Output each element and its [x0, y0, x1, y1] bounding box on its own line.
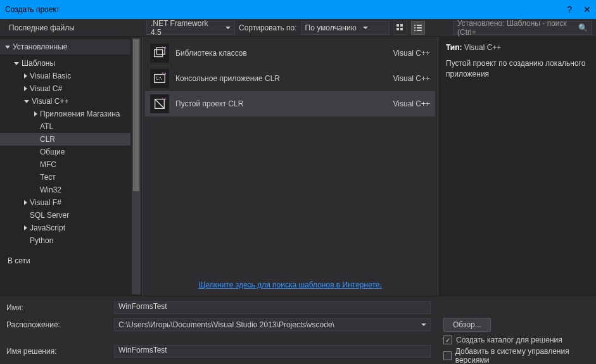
- location-label: Расположение:: [6, 320, 108, 329]
- tree-item-general[interactable]: Общие: [0, 146, 130, 158]
- template-lang: Visual C++: [393, 99, 430, 108]
- type-value: Visual C++: [464, 43, 501, 52]
- chevron-right-icon: [24, 73, 27, 78]
- name-row: Имя: WinFormsTest: [6, 301, 590, 314]
- tree-item-visual-basic[interactable]: Visual Basic: [0, 70, 130, 82]
- svg-rect-1: [400, 24, 403, 27]
- chevron-right-icon: [24, 200, 27, 205]
- template-list-pane: ++ Библиотека классов Visual C++ C:\++ К…: [143, 37, 438, 296]
- type-label: Тип:: [446, 43, 462, 52]
- close-icon[interactable]: ✕: [583, 4, 591, 15]
- template-lang: Visual C++: [393, 49, 430, 58]
- console-icon: C:\++: [150, 69, 169, 88]
- template-lang: Visual C++: [393, 74, 430, 83]
- chevron-down-icon: [5, 46, 10, 49]
- svg-rect-5: [417, 25, 422, 26]
- recent-files-label: Последние файлы: [9, 23, 75, 32]
- svg-rect-3: [400, 28, 403, 30]
- svg-rect-9: [417, 30, 422, 31]
- details-pane: Тип: Visual C++ Пустой проект по создани…: [438, 37, 596, 296]
- scrollbar-thumb[interactable]: [133, 39, 139, 191]
- svg-text:++: ++: [162, 46, 167, 51]
- tree-item-templates[interactable]: Шаблоны: [0, 57, 130, 70]
- create-dir-checkbox[interactable]: [443, 336, 452, 344]
- create-dir-label: Создать каталог для решения: [456, 336, 562, 344]
- sort-label: Сортировать по:: [239, 23, 297, 32]
- chevron-down-icon: [363, 27, 368, 29]
- location-input[interactable]: C:\Users\Игорь\Documents\Visual Studio 2…: [114, 318, 431, 331]
- installed-header[interactable]: Установленные: [0, 39, 130, 54]
- tree-item-visual-fsharp[interactable]: Visual F#: [0, 196, 130, 209]
- online-label: В сети: [8, 256, 30, 265]
- sidebar-content: Установленные Шаблоны Visual Basic Visua…: [0, 37, 130, 296]
- list-view-button[interactable]: [411, 21, 425, 35]
- svg-text:++: ++: [162, 97, 167, 102]
- tree-item-python[interactable]: Python: [0, 234, 130, 247]
- svg-rect-2: [396, 28, 399, 30]
- tree-item-visual-cpp[interactable]: Visual C++: [0, 95, 130, 108]
- location-row: Расположение: C:\Users\Игорь\Documents\V…: [6, 318, 590, 332]
- grid-view-button[interactable]: [393, 21, 407, 35]
- solution-label: Имя решения:: [6, 347, 108, 356]
- framework-value: .NET Framework 4.5: [151, 19, 219, 37]
- template-list: ++ Библиотека классов Visual C++ C:\++ К…: [143, 37, 438, 120]
- framework-dropdown[interactable]: .NET Framework 4.5: [146, 21, 235, 35]
- sidebar-scrollbar[interactable]: [132, 38, 141, 294]
- search-placeholder: Установлено: Шаблоны - поиск (Ctrl+: [457, 19, 578, 37]
- svg-text:++: ++: [162, 72, 167, 77]
- browse-button[interactable]: Обзор...: [443, 318, 491, 332]
- solution-input[interactable]: WinFormsTest: [114, 345, 431, 358]
- chevron-down-icon: [225, 27, 231, 29]
- template-item-console-clr[interactable]: C:\++ Консольное приложение CLR Visual C…: [145, 66, 435, 91]
- name-label: Имя:: [6, 303, 108, 312]
- template-name: Консольное приложение CLR: [175, 74, 387, 83]
- sidebar: Установленные Шаблоны Visual Basic Visua…: [0, 37, 143, 296]
- template-item-class-library[interactable]: ++ Библиотека классов Visual C++: [145, 41, 435, 66]
- chevron-down-icon: [14, 62, 19, 65]
- tree-item-test[interactable]: Тест: [0, 171, 130, 184]
- window-controls: ? ✕: [567, 4, 591, 15]
- window-title: Создать проект: [5, 5, 60, 14]
- source-control-label: Добавить в систему управления версиями: [455, 347, 589, 364]
- tree-item-atl[interactable]: ATL: [0, 120, 130, 133]
- template-item-empty-clr[interactable]: ++ Пустой проект CLR Visual C++: [145, 91, 435, 116]
- type-row: Тип: Visual C++: [446, 43, 588, 52]
- source-control-row: Добавить в систему управления версиями: [443, 347, 589, 364]
- empty-project-icon: ++: [150, 94, 169, 113]
- chevron-down-icon: [24, 100, 29, 103]
- tree-item-clr[interactable]: CLR: [0, 133, 130, 146]
- tree-item-mfc[interactable]: MFC: [0, 158, 130, 171]
- recent-files-header[interactable]: Последние файлы: [0, 19, 143, 36]
- template-name: Библиотека классов: [175, 49, 387, 58]
- body-row: Установленные Шаблоны Visual Basic Visua…: [0, 37, 596, 296]
- online-header[interactable]: В сети: [0, 253, 130, 268]
- name-input[interactable]: WinFormsTest: [114, 301, 431, 314]
- installed-label: Установленные: [13, 42, 67, 51]
- help-icon[interactable]: ?: [567, 4, 572, 15]
- tree-item-javascript[interactable]: JavaScript: [0, 222, 130, 234]
- search-input[interactable]: Установлено: Шаблоны - поиск (Ctrl+ 🔍: [453, 21, 592, 35]
- sort-value: По умолчанию: [305, 23, 357, 32]
- tree-item-sql-server[interactable]: SQL Server: [0, 209, 130, 222]
- toolbar: Последние файлы .NET Framework 4.5 Сорти…: [0, 19, 596, 37]
- search-icon: 🔍: [578, 23, 588, 32]
- svg-rect-6: [414, 27, 415, 28]
- bottom-panel: Имя: WinFormsTest Расположение: C:\Users…: [0, 296, 596, 364]
- online-templates-link[interactable]: Щелкните здесь для поиска шаблонов в Инт…: [198, 280, 382, 289]
- tree-item-win32[interactable]: Win32: [0, 184, 130, 196]
- toolbar-center: .NET Framework 4.5 Сортировать по: По ум…: [143, 21, 429, 35]
- chevron-right-icon: [24, 225, 27, 230]
- template-name: Пустой проект CLR: [175, 99, 387, 108]
- source-control-checkbox[interactable]: [443, 351, 452, 360]
- sort-dropdown[interactable]: По умолчанию: [301, 21, 390, 35]
- title-bar: Создать проект ? ✕: [0, 0, 596, 19]
- tree-item-visual-csharp[interactable]: Visual C#: [0, 82, 130, 95]
- toolbar-right: Установлено: Шаблоны - поиск (Ctrl+ 🔍: [453, 21, 596, 35]
- chevron-right-icon: [24, 86, 27, 91]
- svg-rect-0: [396, 24, 399, 27]
- class-library-icon: ++: [150, 44, 169, 63]
- solution-row: Имя решения: WinFormsTest Создать катало…: [6, 336, 590, 364]
- tree-item-store-apps[interactable]: Приложения Магазина: [0, 108, 130, 120]
- svg-rect-10: [155, 50, 163, 57]
- type-description: Пустой проект по созданию локального при…: [446, 58, 588, 80]
